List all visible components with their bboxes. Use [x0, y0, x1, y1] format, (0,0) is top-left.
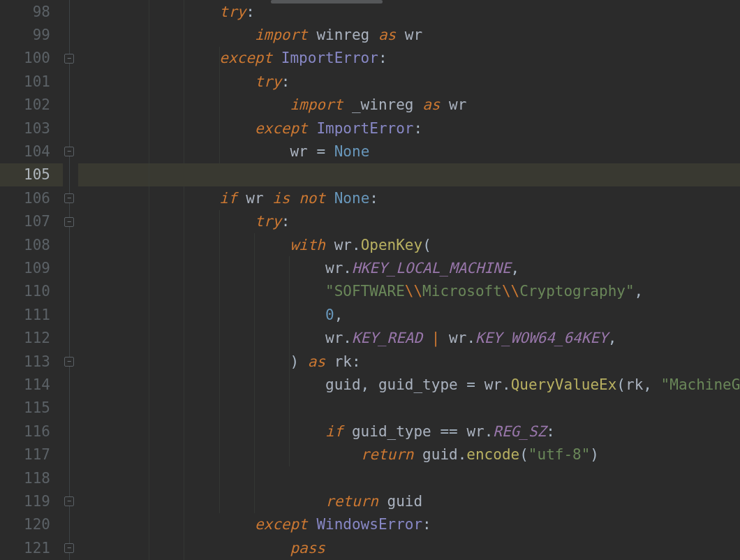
code-line[interactable]: "SOFTWARE\\Microsoft\\Cryptography",: [78, 280, 740, 303]
line-number[interactable]: 102: [0, 94, 50, 117]
line-number[interactable]: 121: [0, 536, 50, 559]
code-line[interactable]: except ImportError:: [78, 47, 740, 70]
token-esc: \\: [405, 283, 422, 300]
token-kw: as: [422, 96, 440, 113]
code-line[interactable]: guid, guid_type = wr.QueryValueEx(rk, "M…: [78, 373, 740, 396]
line-number[interactable]: 101: [0, 70, 50, 93]
line-number-gutter[interactable]: 9899100101102103104105106107108109110111…: [0, 0, 63, 560]
fold-column[interactable]: −−−−−−−: [63, 0, 78, 560]
line-number-text: 115: [24, 399, 50, 416]
code-line[interactable]: except ImportError:: [78, 117, 740, 140]
token-funccall: QueryValueEx: [511, 376, 617, 393]
token-punct: .: [343, 330, 352, 346]
code-line[interactable]: try:: [78, 210, 740, 233]
code-line[interactable]: try:: [78, 70, 740, 93]
line-number-text: 104: [24, 143, 50, 160]
fold-end-icon[interactable]: −: [64, 147, 74, 156]
token-ident: wr: [449, 330, 466, 346]
code-line[interactable]: wr.HKEY_LOCAL_MACHINE,: [78, 256, 740, 279]
code-line[interactable]: [78, 163, 740, 186]
code-line[interactable]: if wr is not None:: [78, 186, 740, 209]
token-punct: :: [352, 353, 361, 370]
fold-collapse-icon[interactable]: −: [64, 217, 74, 227]
token-punct: :: [546, 423, 555, 440]
token-punct: ): [590, 446, 599, 463]
line-number[interactable]: 99: [0, 23, 50, 46]
code-line[interactable]: import _winreg as wr: [78, 94, 740, 117]
line-number[interactable]: 117: [0, 443, 50, 466]
code-line[interactable]: with wr.OpenKey(: [78, 233, 740, 256]
code-line[interactable]: return guid.encode("utf-8"): [78, 443, 740, 466]
line-number-text: 118: [24, 470, 50, 487]
token-kw: if: [219, 190, 237, 207]
token-err: WindowsError: [316, 516, 422, 533]
token-kw: except: [219, 50, 272, 66]
line-number[interactable]: 100: [0, 47, 50, 70]
line-number[interactable]: 109: [0, 256, 50, 279]
token-ident: guid_type: [352, 423, 431, 440]
line-number[interactable]: 113: [0, 350, 50, 373]
token-kw: try: [255, 213, 281, 230]
line-number[interactable]: 105: [0, 163, 50, 186]
code-line[interactable]: if guid_type == wr.REG_SZ:: [78, 420, 740, 443]
code-line[interactable]: [78, 397, 740, 420]
line-number[interactable]: 104: [0, 140, 50, 163]
line-number-text: 112: [24, 330, 50, 346]
token-kw: is not: [272, 190, 325, 207]
fold-collapse-icon[interactable]: −: [64, 193, 74, 203]
code-area[interactable]: try: import winreg as wr except ImportEr…: [78, 0, 740, 560]
code-line[interactable]: try:: [78, 0, 740, 23]
line-number[interactable]: 118: [0, 466, 50, 489]
line-number[interactable]: 112: [0, 326, 50, 349]
code-editor[interactable]: 9899100101102103104105106107108109110111…: [0, 0, 740, 560]
token-punct: :: [413, 120, 422, 137]
token-punct: :: [281, 73, 290, 90]
code-line[interactable]: wr.KEY_READ | wr.KEY_WOW64_64KEY,: [78, 326, 740, 349]
line-number[interactable]: 98: [0, 0, 50, 23]
code-line[interactable]: pass: [78, 536, 740, 559]
token-builtin: None: [334, 143, 370, 160]
line-number-text: 117: [24, 446, 50, 463]
token-op: ==: [440, 423, 457, 440]
token-ident: wr: [334, 237, 352, 253]
line-number[interactable]: 120: [0, 513, 50, 536]
line-number[interactable]: 103: [0, 117, 50, 140]
line-number-text: 98: [33, 3, 50, 20]
line-number[interactable]: 115: [0, 397, 50, 420]
token-kw: return: [361, 446, 414, 463]
token-punct: .: [466, 330, 475, 346]
line-number[interactable]: 119: [0, 489, 50, 513]
token-builtin: None: [334, 190, 370, 207]
line-number[interactable]: 110: [0, 280, 50, 303]
line-number[interactable]: 107: [0, 210, 50, 233]
fold-guide-line: [69, 0, 70, 560]
code-line[interactable]: return guid: [78, 489, 740, 513]
token-ident: wr: [246, 190, 263, 207]
token-upper: HKEY_LOCAL_MACHINE: [352, 260, 511, 277]
token-punct: ): [290, 353, 299, 370]
line-number[interactable]: 111: [0, 303, 50, 326]
token-punct: ,: [334, 307, 343, 323]
code-line[interactable]: import winreg as wr: [78, 23, 740, 46]
line-number[interactable]: 116: [0, 420, 50, 443]
line-number[interactable]: 114: [0, 373, 50, 396]
code-line[interactable]: [78, 466, 740, 489]
code-line[interactable]: 0,: [78, 303, 740, 326]
fold-end-icon[interactable]: −: [64, 543, 74, 553]
token-ident: wr: [405, 27, 422, 43]
token-num: 0: [325, 307, 334, 323]
token-kw: if: [325, 423, 343, 440]
code-line[interactable]: ) as rk:: [78, 350, 740, 373]
line-number[interactable]: 108: [0, 233, 50, 256]
code-line[interactable]: wr = None: [78, 140, 740, 163]
fold-end-icon[interactable]: −: [64, 496, 74, 506]
fold-collapse-icon[interactable]: −: [64, 54, 74, 64]
fold-collapse-icon[interactable]: −: [64, 357, 74, 367]
token-ident: guid: [422, 446, 458, 463]
token-op: =: [466, 376, 475, 393]
token-kw: as: [308, 353, 325, 370]
line-number-text: 102: [24, 96, 50, 113]
line-number[interactable]: 106: [0, 186, 50, 209]
code-line[interactable]: except WindowsError:: [78, 513, 740, 536]
horizontal-scrollbar-thumb[interactable]: [271, 0, 383, 3]
